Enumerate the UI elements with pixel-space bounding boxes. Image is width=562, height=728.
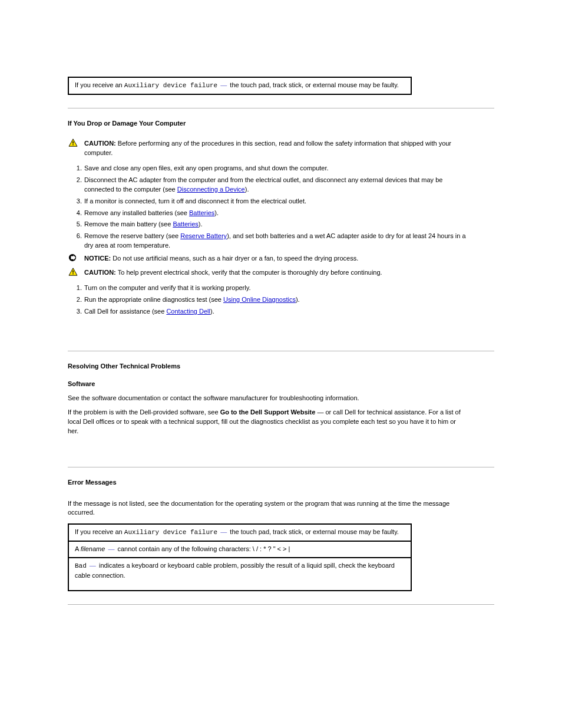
step-text-pre: Call Dell for assistance (see (84, 308, 166, 315)
section-title-damage: If You Drop or Damage Your Computer (68, 119, 468, 129)
link-batteries[interactable]: Batteries (173, 220, 198, 228)
row-text-pre: A (75, 545, 81, 552)
error-messages-table: If you receive an Auxiliary device failu… (68, 523, 412, 591)
paragraph: If the problem is with the Dell-provided… (68, 408, 468, 436)
step-text: Save and close any open files, exit any … (84, 164, 329, 172)
row-text-post: cannot contain any of the following char… (118, 545, 290, 552)
warning-triangle-icon (68, 139, 78, 147)
row-code: Auxiliary device failure (124, 529, 217, 536)
row-text-post: the touch pad, track stick, or external … (230, 81, 399, 88)
link-batteries[interactable]: Batteries (189, 209, 214, 216)
caution-label: CAUTION: (84, 140, 118, 147)
row-text-pre: If you receive an (75, 528, 124, 535)
svg-rect-1 (72, 141, 74, 144)
warning-triangle-icon (68, 268, 78, 276)
message-row: If you receive an Auxiliary device failu… (69, 525, 411, 542)
step-text-pre: Remove the reserve battery (see (84, 232, 180, 239)
step-text-pre: Remove any installed batteries (see (84, 209, 189, 216)
step-text-pre: Remove the main battery (see (84, 220, 173, 228)
row-var: filename (81, 545, 105, 552)
message-row: A filename — cannot contain any of the f… (69, 542, 411, 558)
step-text-post: ). (245, 186, 249, 193)
section-title-other-problems: Resolving Other Technical Problems (68, 362, 468, 371)
step-text: Turn on the computer and verify that it … (84, 284, 250, 291)
row-text-pre: If you receive an (75, 81, 124, 88)
notice-arrow-icon (68, 253, 77, 262)
para-pre: If the problem is with the Dell-provided… (68, 409, 220, 416)
notice-callout: NOTICE: Do not use artificial means, suc… (68, 253, 468, 265)
divider (68, 467, 494, 467)
step-item: Run the appropriate online diagnostics t… (84, 295, 468, 305)
step-list-2: Turn on the computer and verify that it … (68, 284, 468, 317)
paragraph: If the message is not listed, see the do… (68, 499, 468, 518)
step-item: Remove any installed batteries (see Batt… (84, 209, 468, 218)
notice-label: NOTICE: (84, 255, 113, 262)
dash-icon: — (219, 81, 229, 88)
step-list-1: Save and close any open files, exit any … (68, 164, 468, 251)
step-text-post: ). (296, 296, 300, 303)
step-text-post: ). (214, 209, 219, 216)
divider (68, 351, 494, 351)
step-item: Save and close any open files, exit any … (84, 164, 468, 173)
divider (68, 108, 494, 108)
link-disconnecting-device[interactable]: Disconnecting a Device (177, 186, 245, 193)
step-item: If a monitor is connected, turn it off a… (84, 197, 468, 206)
message-row: Bad — indicates a keyboard or keyboard c… (69, 558, 411, 590)
row-text-post: the touch pad, track stick, or external … (230, 528, 399, 535)
step-item: Call Dell for assistance (see Contacting… (84, 307, 468, 317)
message-box-top: If you receive an Auxiliary device failu… (68, 77, 412, 95)
row-code: Auxiliary device failure (124, 82, 217, 89)
step-text: If a monitor is connected, turn it off a… (84, 197, 306, 205)
dash-icon: — (88, 562, 98, 569)
row-text-post: indicates a keyboard or keyboard cable p… (75, 562, 395, 579)
para-bold: Go to the Dell Support Website (220, 409, 316, 416)
svg-rect-2 (72, 144, 74, 146)
dash-icon: — (106, 545, 116, 552)
row-code: Bad (75, 562, 87, 569)
subsection-software: Software (68, 380, 468, 389)
step-item: Turn on the computer and verify that it … (84, 284, 468, 293)
step-text-pre: Disconnect the AC adapter from the compu… (84, 176, 442, 193)
divider (68, 604, 494, 605)
caution2-text: To help prevent electrical shock, verify… (118, 269, 382, 276)
step-text-post: ). (199, 220, 203, 228)
step-text-post: ). (210, 308, 214, 315)
svg-rect-6 (72, 271, 74, 273)
caution-text: Before performing any of the procedures … (84, 140, 451, 156)
message-row: If you receive an Auxiliary device failu… (69, 78, 411, 94)
paragraph: See the software documentation or contac… (68, 394, 468, 403)
link-reserve-battery[interactable]: Reserve Battery (180, 232, 227, 239)
dash-icon: — (219, 528, 229, 535)
notice-text: Do not use artificial means, such as a h… (113, 255, 358, 262)
link-contacting-dell[interactable]: Contacting Dell (166, 308, 210, 315)
step-item: Disconnect the AC adapter from the compu… (84, 176, 468, 195)
step-item: Remove the main battery (see Batteries). (84, 220, 468, 229)
link-online-diagnostics[interactable]: Using Online Diagnostics (223, 296, 296, 303)
step-item: Remove the reserve battery (see Reserve … (84, 232, 468, 251)
caution2-label: CAUTION: (84, 269, 118, 276)
svg-rect-7 (72, 274, 74, 275)
section-title-error-messages: Error Messages (68, 478, 468, 487)
step-text-pre: Run the appropriate online diagnostics t… (84, 296, 223, 303)
caution-callout-2: CAUTION: To help prevent electrical shoc… (68, 267, 468, 279)
caution-callout: CAUTION: Before performing any of the pr… (68, 138, 468, 159)
